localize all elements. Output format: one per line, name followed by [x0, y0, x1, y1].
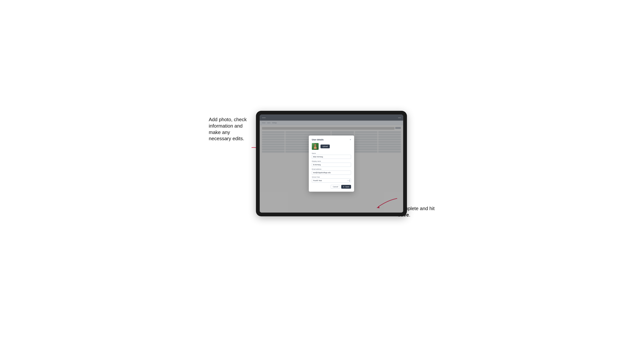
photo-section: Upload: [312, 143, 351, 150]
upload-button[interactable]: Upload: [320, 145, 330, 148]
school-year-wrapper: × ▲ ▼: [312, 178, 351, 183]
display-name-field-group: Display name: [312, 160, 351, 167]
save-icon: ⬆: [343, 186, 344, 188]
avatar-image: [312, 143, 318, 150]
avatar: [312, 143, 318, 150]
email-input[interactable]: [312, 171, 351, 175]
spinner-up-icon: ▲: [349, 179, 350, 180]
email-label: Email address: [312, 168, 351, 170]
tablet-device: ●●●● ●●● Home Users Settings: [256, 111, 407, 216]
modal-header: User details ×: [312, 139, 351, 141]
school-year-label: School Year: [312, 176, 351, 178]
clear-icon[interactable]: ×: [348, 180, 348, 181]
modal-title: User details: [312, 139, 324, 141]
modal-overlay: User details × Upload Name: [260, 115, 403, 213]
school-year-field-group: School Year × ▲ ▼: [312, 176, 351, 183]
spinner-down-icon: ▼: [349, 180, 350, 182]
display-name-input[interactable]: [312, 163, 351, 167]
save-label: Save: [345, 186, 349, 188]
save-button[interactable]: ⬆ Save: [341, 185, 351, 189]
name-label: Name: [312, 153, 351, 154]
annotation-left: Add photo, check information and make an…: [209, 117, 250, 142]
annotation-left-text: Add photo, check information and make an…: [209, 117, 247, 141]
school-year-input[interactable]: [312, 178, 351, 183]
close-icon[interactable]: ×: [350, 139, 351, 141]
cancel-button[interactable]: Cancel: [331, 185, 340, 189]
user-details-modal: User details × Upload Name: [309, 136, 354, 192]
name-field-group: Name: [312, 153, 351, 159]
display-name-label: Display name: [312, 160, 351, 162]
tablet-screen: ●●●● ●●● Home Users Settings: [260, 115, 403, 213]
modal-footer: Cancel ⬆ Save: [312, 185, 351, 189]
annotation-right-text2: .: [409, 212, 410, 218]
name-input[interactable]: [312, 155, 351, 159]
email-field-group: Email address: [312, 168, 351, 175]
school-year-controls: × ▲ ▼: [348, 179, 350, 182]
spinner-icon[interactable]: ▲ ▼: [349, 179, 350, 182]
page-container: Add photo, check information and make an…: [209, 105, 435, 241]
